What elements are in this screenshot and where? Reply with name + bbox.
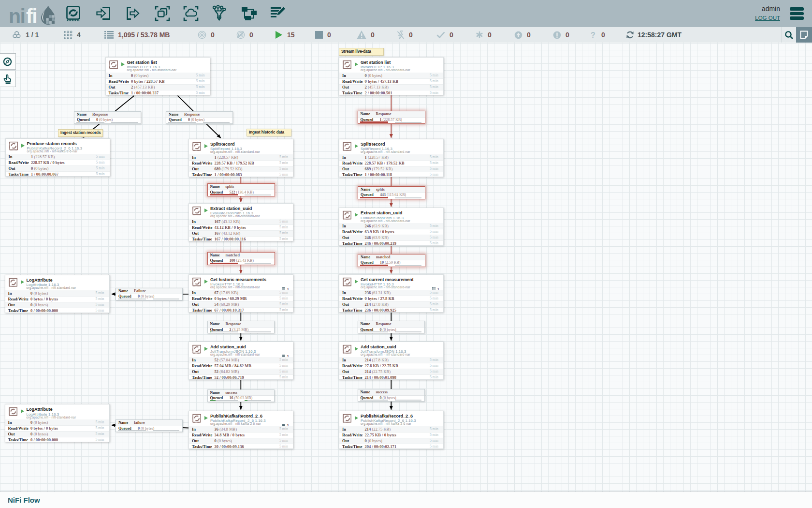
- svg-text:?: ?: [591, 31, 595, 39]
- svg-text:fi: fi: [26, 5, 37, 27]
- svg-text:ni: ni: [9, 5, 25, 27]
